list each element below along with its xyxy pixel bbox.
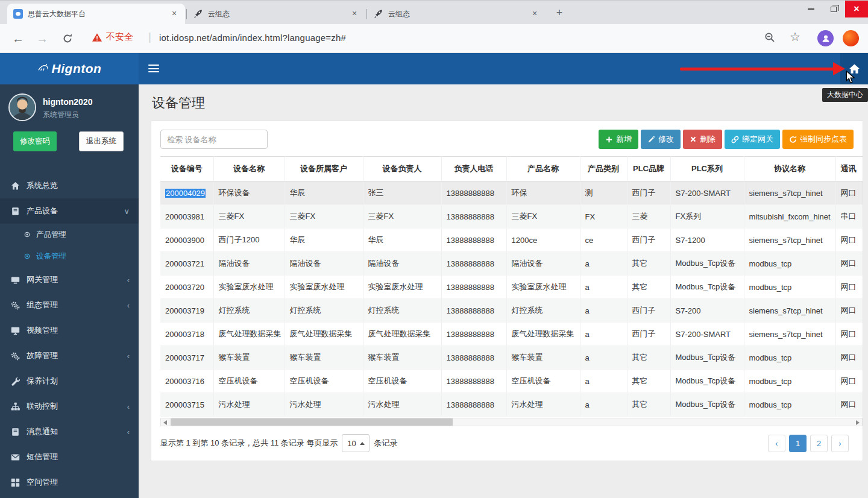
minimize-icon	[808, 8, 814, 10]
sidebar-item-fault-management[interactable]: 故障管理 ‹	[0, 343, 139, 368]
caret-up-icon	[360, 442, 365, 445]
pagination-page-1[interactable]: 1	[789, 435, 807, 452]
table-row[interactable]: 200003719灯控系统灯控系统灯控系统13888888888灯控系统a西门子…	[160, 299, 863, 323]
home-icon	[11, 181, 20, 191]
device-table-body: 200004029环保设备华辰张三13888888888环保测西门子S7-200…	[160, 181, 863, 417]
app-logo[interactable]: Hignton	[0, 53, 139, 84]
table-cell: 三菱FX	[363, 205, 441, 229]
table-cell: modbus_tcp	[744, 346, 835, 370]
window-maximize-button[interactable]	[822, 1, 845, 17]
scroll-right-arrow-icon[interactable]	[856, 420, 860, 425]
device-table-container: 设备编号 设备名称 设备所属客户 设备负责人 负责人电话 产品名称 产品类别 P…	[160, 156, 863, 417]
sidebar-item-product-management[interactable]: 产品管理	[0, 224, 139, 245]
tab-close-icon[interactable]: ×	[530, 9, 539, 19]
pagination-page-2[interactable]: 2	[810, 435, 828, 452]
sidebar-item-maintenance-plan[interactable]: 保养计划	[0, 368, 139, 394]
search-input[interactable]	[160, 130, 268, 149]
column-header-customer[interactable]: 设备所属客户	[285, 157, 363, 181]
table-cell: 13888888888	[441, 346, 506, 370]
bind-gateway-button[interactable]: 绑定网关	[725, 130, 780, 149]
sidebar-item-video-management[interactable]: 视频管理	[0, 318, 139, 343]
column-header-manager[interactable]: 设备负责人	[363, 157, 441, 181]
table-cell: 网口	[835, 346, 863, 370]
tab-close-icon[interactable]: ×	[169, 9, 179, 19]
column-header-plc-series[interactable]: PLC系列	[670, 157, 744, 181]
address-bar[interactable]: iot.idosp.net/admin/index.html?language=…	[159, 33, 346, 43]
horizontal-scrollbar[interactable]	[160, 418, 863, 426]
table-cell: 13888888888	[441, 229, 506, 252]
sidebar-item-device-management[interactable]: 设备管理	[0, 245, 139, 267]
table-row[interactable]: 200003717猴车装置猴车装置猴车装置13888888888猴车装置a其它M…	[160, 346, 863, 370]
table-row[interactable]: 200003715污水处理污水处理污水处理13888888888污水处理a其它M…	[160, 393, 863, 417]
table-cell: ce	[580, 229, 627, 252]
table-cell: 三菱FX	[285, 205, 363, 229]
column-header-communication[interactable]: 通讯	[835, 157, 863, 181]
table-cell: 污水处理	[213, 393, 285, 417]
table-row[interactable]: 200003721隔油设备隔油设备隔油设备13888888888隔油设备a其它M…	[160, 252, 863, 276]
browser-profile-icon[interactable]	[817, 30, 834, 46]
table-cell: siemens_s7tcp_hinet	[744, 299, 835, 323]
sidebar-item-config-management[interactable]: 组态管理 ‹	[0, 292, 139, 318]
sidebar-item-space-management[interactable]: 空间管理	[0, 470, 139, 495]
zoom-icon[interactable]	[764, 32, 775, 45]
back-button[interactable]: ←	[10, 30, 27, 47]
table-row[interactable]: 200003716空压机设备空压机设备空压机设备13888888888空压机设备…	[160, 370, 863, 393]
column-header-product-category[interactable]: 产品类别	[580, 157, 627, 181]
add-button[interactable]: 新增	[599, 130, 638, 149]
table-row[interactable]: 200003900西门子1200华辰华辰138888888881200cece西…	[160, 229, 863, 252]
table-cell: siemens_s7tcp_hinet	[744, 323, 835, 346]
column-header-device-name[interactable]: 设备名称	[213, 157, 285, 181]
table-cell: modbus_tcp	[744, 393, 835, 417]
edit-button[interactable]: 修改	[641, 130, 681, 149]
browser-tab-platform[interactable]: 思普云大数据平台 ×	[7, 4, 185, 24]
table-row[interactable]: 200003981三菱FX三菱FX三菱FX13888888888三菱FXFX三菱…	[160, 205, 863, 229]
menu-toggle-button[interactable]	[148, 65, 159, 72]
pagination-prev-button[interactable]: ‹	[768, 435, 785, 452]
chevron-left-icon: ‹	[127, 402, 130, 411]
table-cell: 环保设备	[213, 181, 285, 205]
column-header-plc-brand[interactable]: PLC品牌	[627, 157, 670, 181]
table-row[interactable]: 200003720实验室废水处理实验室废水处理实验室废水处理1388888888…	[160, 276, 863, 299]
force-sync-button[interactable]: 强制同步点表	[782, 130, 854, 149]
pagination-next-button[interactable]: ›	[831, 435, 849, 452]
scroll-left-arrow-icon[interactable]	[163, 420, 167, 425]
sidebar-item-message-notification[interactable]: 消息通知 ‹	[0, 419, 139, 444]
column-header-product-name[interactable]: 产品名称	[506, 157, 580, 181]
browser-tab-cloud-config-2[interactable]: 云组态 ×	[368, 4, 546, 24]
refresh-button[interactable]	[59, 30, 76, 47]
table-row[interactable]: 200003718废气处理数据采集废气处理数据采集废气处理数据采集1388888…	[160, 323, 863, 346]
delete-button[interactable]: 删除	[683, 130, 722, 149]
table-cell: 网口	[835, 299, 863, 323]
table-cell: 灯控系统	[506, 299, 580, 323]
magnifier-icon	[764, 32, 775, 43]
column-header-protocol[interactable]: 协议名称	[744, 157, 835, 181]
logout-button[interactable]: 退出系统	[79, 131, 124, 151]
table-cell: 1200ce	[506, 229, 580, 252]
browser-tab-cloud-config-1[interactable]: 云组态 ×	[187, 4, 365, 24]
column-header-phone[interactable]: 负责人电话	[441, 157, 506, 181]
browser-menu-icon[interactable]	[843, 30, 859, 46]
sidebar-item-linkage-control[interactable]: 联动控制 ‹	[0, 394, 139, 419]
table-cell: a	[580, 346, 627, 370]
new-tab-button[interactable]: +	[552, 5, 567, 21]
table-row[interactable]: 200004029环保设备华辰张三13888888888环保测西门子S7-200…	[160, 181, 863, 205]
tab-close-icon[interactable]: ×	[350, 9, 359, 19]
sidebar-item-system-overview[interactable]: 系统总览	[0, 173, 139, 198]
page-size-select[interactable]: 10	[342, 434, 370, 452]
bookmark-star-icon[interactable]: ☆	[790, 30, 800, 44]
change-password-button[interactable]: 修改密码	[13, 131, 57, 151]
sidebar-item-gateway-management[interactable]: 网关管理 ‹	[0, 267, 139, 292]
browser-toolbar: ← → 不安全 | iot.idosp.net/admin/index.html…	[0, 24, 868, 53]
scrollbar-thumb[interactable]	[171, 418, 453, 426]
window-close-button[interactable]: ×	[845, 1, 868, 17]
window-minimize-button[interactable]	[799, 1, 822, 17]
forward-button[interactable]: →	[34, 30, 51, 47]
security-indicator[interactable]: 不安全	[92, 31, 133, 43]
column-header-device-id[interactable]: 设备编号	[160, 157, 213, 181]
table-cell: a	[580, 299, 627, 323]
table-cell: 废气处理数据采集	[213, 323, 285, 346]
sidebar-item-product-equipment[interactable]: 产品设备 ∨	[0, 198, 139, 224]
chevron-left-icon: ‹	[127, 301, 130, 310]
table-cell: FX系列	[670, 205, 744, 229]
sidebar-item-sms-management[interactable]: 短信管理	[0, 444, 139, 470]
